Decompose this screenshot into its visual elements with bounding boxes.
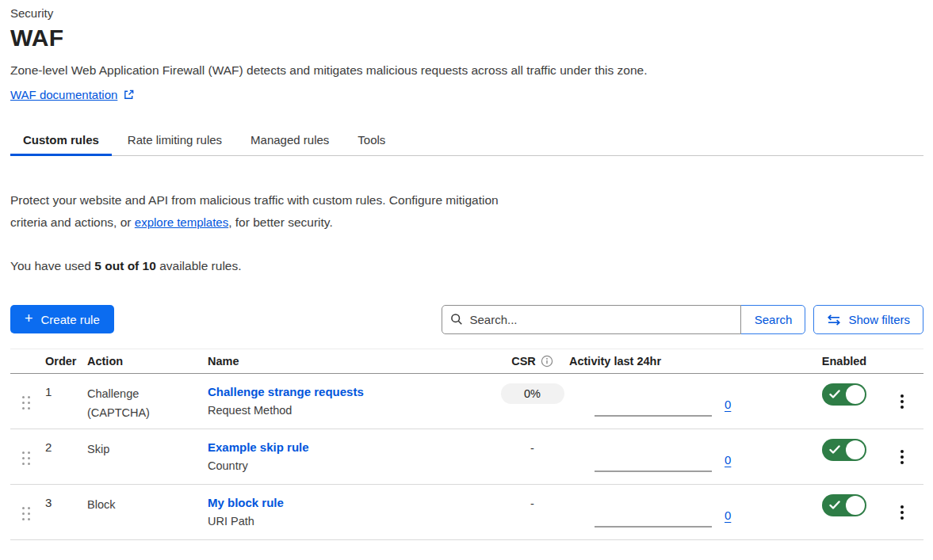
enabled-toggle[interactable] [822,439,866,461]
header-order: Order [45,355,87,368]
search-button[interactable]: Search [740,305,805,334]
table-row: 3 Block My block rule URI Path - 0 [10,485,923,540]
table-row: 1 Challenge (CAPTCHA) Challenge strange … [10,374,923,429]
enabled-toggle[interactable] [822,494,866,516]
activity-count-link[interactable]: 0 [725,453,731,467]
toggle-knob [846,496,865,515]
rule-field: URI Path [208,515,495,528]
search-group: Search Show filters [442,305,923,334]
rule-field: Request Method [208,404,495,417]
search-wrap [442,305,741,334]
row-menu-button[interactable] [894,394,910,409]
table-row: 2 Skip Example skip rule Country - 0 [10,429,923,485]
rule-name-link[interactable]: Challenge strange requests [208,383,364,398]
activity-cell: 0 [569,374,809,429]
rule-name-link[interactable]: Example skip rule [208,439,309,454]
waf-tabbar: Custom rules Rate limiting rules Managed… [10,126,923,156]
activity-cell: 0 [569,429,809,484]
external-link-icon [123,89,135,101]
header-action: Action [87,355,208,368]
page-title: WAF [10,25,923,51]
activity-sparkline [595,526,712,528]
rule-name-link[interactable]: My block rule [208,494,284,509]
explore-templates-link[interactable]: explore templates [135,215,228,229]
custom-rules-intro: Protect your website and API from malici… [10,189,923,234]
intro-line-2: criteria and actions, or explore templat… [10,211,923,234]
row-menu-button[interactable] [894,505,910,520]
breadcrumb-security: Security [10,6,923,20]
drag-handle-icon[interactable] [22,507,30,520]
csr-badge: 0% [501,383,564,404]
row-menu-button[interactable] [894,450,910,464]
toggle-knob [846,385,865,404]
enabled-cell [809,429,880,484]
waf-documentation-link[interactable]: WAF documentation [10,88,135,101]
page-description: Zone-level Web Application Firewall (WAF… [10,63,923,78]
activity-count-link[interactable]: 0 [725,509,731,522]
waf-page: Security WAF Zone-level Web Application … [0,0,933,540]
header-enabled: Enabled [809,355,880,368]
rules-usage-count: 5 out of 10 [94,259,156,272]
activity-count-link[interactable]: 0 [725,398,731,411]
activity-sparkline [595,470,712,472]
doc-link-row: WAF documentation [10,88,923,102]
enabled-cell [809,374,880,429]
waf-documentation-label: WAF documentation [10,88,117,101]
tab-custom-rules[interactable]: Custom rules [10,126,112,156]
tab-rate-limiting-rules[interactable]: Rate limiting rules [115,126,235,156]
toggle-knob [846,440,865,459]
rules-toolbar: + Create rule Search [10,305,923,334]
show-filters-label: Show filters [848,313,910,326]
tab-managed-rules[interactable]: Managed rules [238,126,342,156]
drag-handle-icon[interactable] [22,451,30,465]
info-icon[interactable] [541,355,553,368]
activity-cell: 0 [569,485,809,539]
rule-name-cell: Example skip rule Country [208,429,495,484]
table-header-row: Order Action Name CSR Activity last 24hr… [10,349,923,374]
swap-arrows-icon [827,314,841,326]
rule-order: 3 [45,485,87,539]
create-rule-label: Create rule [41,313,100,326]
rule-order: 1 [45,374,87,429]
rules-usage-text: You have used 5 out of 10 available rule… [10,259,923,273]
drag-handle-icon[interactable] [22,396,30,410]
create-rule-button[interactable]: + Create rule [10,305,114,333]
rule-order: 2 [45,429,87,484]
csr-cell: - [495,429,569,484]
search-icon [450,313,463,329]
csr-cell: - [495,485,569,539]
plus-icon: + [25,310,33,327]
search-input[interactable] [442,305,741,334]
csr-cell: 0% [495,374,569,429]
intro-line-1: Protect your website and API from malici… [10,189,923,211]
csr-value: - [530,497,534,539]
enabled-toggle[interactable] [822,383,866,406]
header-csr: CSR [495,355,569,368]
tab-tools[interactable]: Tools [345,126,398,156]
rule-action: Block [87,485,208,539]
rule-name-cell: Challenge strange requests Request Metho… [208,374,495,429]
rule-field: Country [208,459,495,472]
rule-action: Challenge (CAPTCHA) [87,374,208,429]
activity-sparkline [595,415,712,417]
header-activity: Activity last 24hr [569,355,809,368]
show-filters-button[interactable]: Show filters [813,305,923,334]
rule-action: Skip [87,429,208,484]
csr-value: - [530,442,534,484]
rule-name-cell: My block rule URI Path [208,485,495,539]
header-name: Name [208,355,495,368]
enabled-cell [809,485,880,539]
custom-rules-table: Order Action Name CSR Activity last 24hr… [10,349,923,540]
